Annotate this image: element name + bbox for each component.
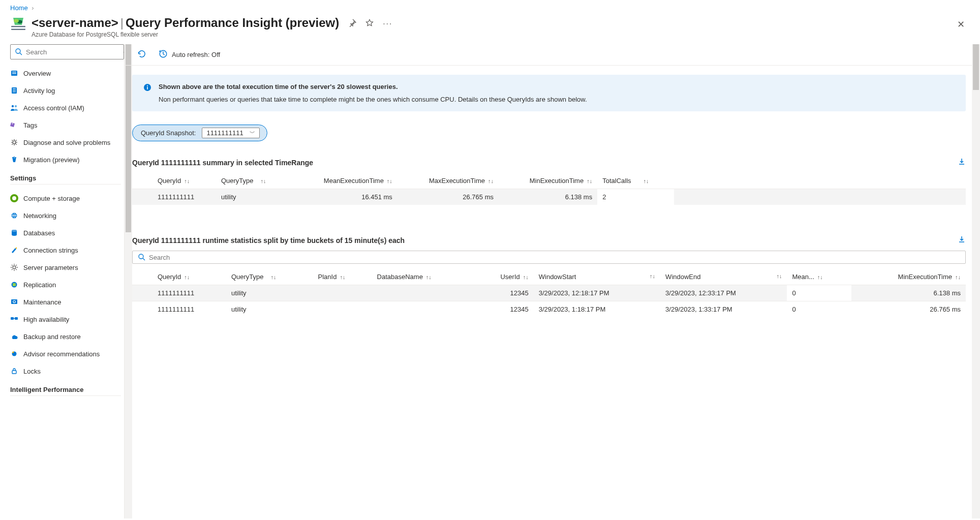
- snapshot-label: QueryId Snapshot:: [141, 129, 196, 137]
- sidebar-item[interactable]: Networking: [10, 207, 121, 224]
- col-wend[interactable]: WindowEnd↑↓: [660, 269, 787, 285]
- sidebar-item[interactable]: Connection strings: [10, 241, 121, 259]
- table-row[interactable]: 1111111111 utility 16.451 ms 26.765 ms 6…: [132, 189, 966, 205]
- sidebar-item[interactable]: Advisor recommendations: [10, 345, 121, 362]
- sidebar-item[interactable]: Access control (IAM): [10, 99, 121, 116]
- col-mean[interactable]: Mean...↑↓: [787, 269, 851, 285]
- sidebar-item[interactable]: Diagnose and solve problems: [10, 134, 121, 151]
- sidebar-item[interactable]: Replication: [10, 276, 121, 293]
- sidebar-icon: [10, 350, 18, 358]
- banner-subtitle: Non performant queries or queries that t…: [159, 96, 587, 103]
- sidebar-icon: [10, 281, 18, 289]
- close-icon[interactable]: ✕: [957, 16, 970, 30]
- page-subtitle: Azure Database for PostgreSQL flexible s…: [32, 31, 339, 38]
- col-querytype[interactable]: QueryType↑↓: [216, 173, 291, 189]
- sidebar-item-label: Networking: [23, 212, 56, 220]
- postgres-server-icon: [10, 16, 26, 32]
- sidebar-heading-settings: Settings: [10, 174, 121, 182]
- svg-rect-11: [13, 90, 16, 90]
- col-min[interactable]: MinExecutionTime↑↓: [499, 173, 597, 189]
- sidebar-item-label: Access control (IAM): [23, 104, 84, 112]
- svg-point-21: [12, 230, 17, 232]
- col-calls[interactable]: TotalCalls↑↓: [597, 173, 674, 189]
- svg-line-5: [20, 53, 22, 55]
- sidebar-item-label: Activity log: [23, 87, 55, 95]
- sidebar-item[interactable]: Tags: [10, 116, 121, 134]
- sidebar-icon: [10, 156, 18, 164]
- sidebar-item[interactable]: Activity log: [10, 82, 121, 99]
- svg-point-3: [14, 19, 19, 22]
- sidebar-search[interactable]: [10, 44, 124, 59]
- table-row[interactable]: 1111111111utility123453/29/2023, 12:18:1…: [132, 285, 966, 301]
- runtime-table: QueryId↑↓ QueryType↑↓ PlanId↑↓ DatabaseN…: [132, 269, 966, 317]
- sidebar-item-label: Backup and restore: [23, 333, 81, 341]
- breadcrumb-sep: ›: [32, 4, 34, 12]
- svg-point-23: [13, 266, 16, 269]
- sidebar-search-input[interactable]: [26, 48, 119, 56]
- sidebar-item-label: Replication: [23, 281, 56, 289]
- col-queryid[interactable]: QueryId↑↓: [152, 173, 216, 189]
- favorite-icon[interactable]: [365, 19, 374, 29]
- sidebar-item[interactable]: Locks: [10, 362, 121, 380]
- sidebar-item-label: Compute + storage: [23, 195, 80, 202]
- sidebar-item[interactable]: High availability: [10, 311, 121, 328]
- info-banner: Shown above are the total execution time…: [132, 75, 966, 111]
- auto-refresh-icon[interactable]: [159, 49, 168, 60]
- col-db[interactable]: DatabaseName↑↓: [372, 269, 474, 285]
- snapshot-dropdown[interactable]: 1111111111 ﹀: [202, 128, 259, 138]
- sidebar-icon: [10, 138, 18, 146]
- summary-title: QueryId 1111111111 summary in selected T…: [132, 159, 313, 167]
- col-wstart[interactable]: WindowStart↑↓: [534, 269, 660, 285]
- runtime-search-input[interactable]: [149, 254, 960, 261]
- sidebar-icon: [10, 263, 18, 271]
- sidebar-icon: [10, 121, 18, 129]
- download-runtime-button[interactable]: [958, 235, 966, 246]
- svg-point-16: [13, 141, 16, 144]
- svg-point-4: [16, 49, 20, 53]
- sidebar-item[interactable]: Server parameters: [10, 259, 121, 276]
- auto-refresh-label: Auto refresh: Off: [172, 51, 220, 58]
- svg-point-35: [147, 85, 148, 86]
- table-row[interactable]: 1111111111utility123453/29/2023, 1:18:17…: [132, 301, 966, 318]
- col-querytype[interactable]: QueryType↑↓: [226, 269, 313, 285]
- chevron-down-icon: ﹀: [250, 129, 255, 137]
- svg-point-13: [12, 105, 14, 107]
- col-minexec[interactable]: MinExecutionTime↑↓: [851, 269, 966, 285]
- pin-icon[interactable]: [348, 19, 356, 29]
- toolbar: Auto refresh: Off: [125, 44, 980, 66]
- col-queryid[interactable]: QueryId↑↓: [152, 269, 226, 285]
- breadcrumb-home[interactable]: Home: [10, 4, 28, 12]
- sidebar-item[interactable]: Overview: [10, 65, 121, 82]
- runtime-search[interactable]: [132, 251, 966, 264]
- summary-table: QueryId↑↓ QueryType↑↓ MeanExecutionTime↑…: [132, 173, 966, 205]
- main-scrollbar[interactable]: [972, 44, 980, 518]
- sidebar-item[interactable]: Databases: [10, 224, 121, 241]
- svg-point-15: [12, 124, 13, 125]
- svg-rect-25: [11, 299, 17, 304]
- col-mean[interactable]: MeanExecutionTime↑↓: [291, 173, 397, 189]
- sidebar-icon: [10, 298, 18, 306]
- sidebar: « OverviewActivity logAccess control (IA…: [0, 44, 125, 518]
- sidebar-item[interactable]: Maintenance: [10, 293, 121, 311]
- sidebar-item[interactable]: Migration (preview): [10, 151, 121, 168]
- more-icon[interactable]: ···: [383, 19, 392, 28]
- sidebar-item-label: Databases: [23, 229, 55, 237]
- refresh-button[interactable]: [137, 49, 146, 60]
- download-summary-button[interactable]: [958, 158, 966, 168]
- search-icon: [138, 253, 146, 261]
- col-max[interactable]: MaxExecutionTime↑↓: [397, 173, 499, 189]
- col-userid[interactable]: UserId↑↓: [474, 269, 534, 285]
- sidebar-item[interactable]: Backup and restore: [10, 328, 121, 345]
- sidebar-icon: [10, 86, 18, 95]
- sidebar-item[interactable]: Compute + storage: [10, 190, 121, 207]
- sidebar-item-label: Tags: [23, 121, 37, 129]
- sidebar-item-label: Maintenance: [23, 298, 61, 306]
- search-icon: [15, 48, 23, 56]
- svg-point-22: [16, 248, 17, 249]
- svg-rect-28: [15, 317, 18, 320]
- sidebar-item-label: Server parameters: [23, 264, 78, 271]
- svg-rect-31: [12, 371, 16, 374]
- svg-rect-12: [13, 91, 16, 92]
- svg-point-14: [15, 105, 17, 107]
- col-planid[interactable]: PlanId↑↓: [313, 269, 372, 285]
